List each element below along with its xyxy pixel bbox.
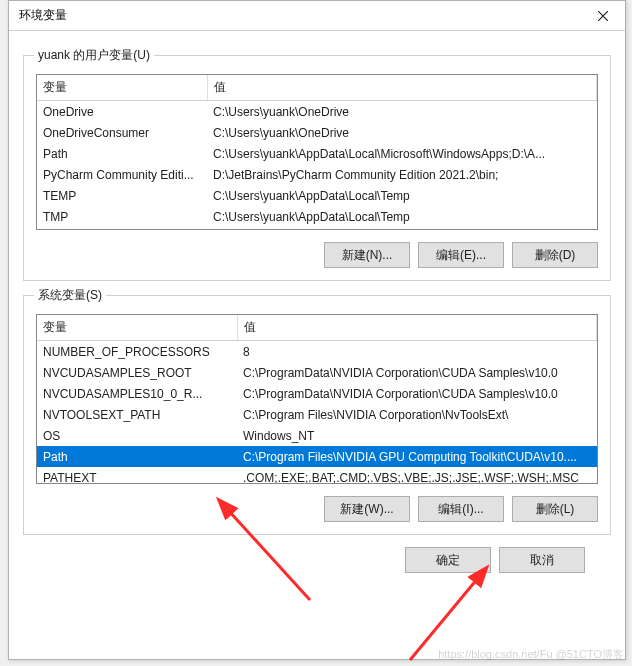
- cell-value: C:\Users\yuank\OneDrive: [207, 101, 597, 123]
- cell-variable: TMP: [37, 206, 207, 227]
- cell-value: C:\Users\yuank\AppData\Local\Temp: [207, 206, 597, 227]
- cell-value: C:\Program Files\NVIDIA GPU Computing To…: [237, 446, 597, 467]
- cell-value: Windows_NT: [237, 425, 597, 446]
- cell-variable: TEMP: [37, 185, 207, 206]
- cell-value: C:\Users\yuank\AppData\Local\Microsoft\W…: [207, 143, 597, 164]
- col-value[interactable]: 值: [237, 315, 597, 341]
- sys-vars-list[interactable]: 变量 值 NUMBER_OF_PROCESSORS8NVCUDASAMPLES_…: [36, 314, 598, 484]
- cell-variable: OneDrive: [37, 101, 207, 123]
- cell-variable: Path: [37, 446, 237, 467]
- table-row[interactable]: NVCUDASAMPLES10_0_R...C:\ProgramData\NVI…: [37, 383, 597, 404]
- table-row[interactable]: NVCUDASAMPLES_ROOTC:\ProgramData\NVIDIA …: [37, 362, 597, 383]
- user-vars-group: yuank 的用户变量(U) 变量 值 OneDriveC:\Users\yua…: [23, 55, 611, 281]
- window-title: 环境变量: [19, 7, 67, 24]
- cell-value: C:\ProgramData\NVIDIA Corporation\CUDA S…: [237, 362, 597, 383]
- table-row[interactable]: TEMPC:\Users\yuank\AppData\Local\Temp: [37, 185, 597, 206]
- table-row[interactable]: OneDriveConsumerC:\Users\yuank\OneDrive: [37, 122, 597, 143]
- table-row[interactable]: NUMBER_OF_PROCESSORS8: [37, 341, 597, 363]
- cell-variable: PATHEXT: [37, 467, 237, 484]
- cell-variable: OneDriveConsumer: [37, 122, 207, 143]
- sys-vars-group: 系统变量(S) 变量 值 NUMBER_OF_PROCESSORS8NVCUDA…: [23, 295, 611, 535]
- table-row[interactable]: OneDriveC:\Users\yuank\OneDrive: [37, 101, 597, 123]
- user-delete-button[interactable]: 删除(D): [512, 242, 598, 268]
- cell-variable: NVCUDASAMPLES10_0_R...: [37, 383, 237, 404]
- cell-variable: NUMBER_OF_PROCESSORS: [37, 341, 237, 363]
- table-row[interactable]: NVTOOLSEXT_PATHC:\Program Files\NVIDIA C…: [37, 404, 597, 425]
- cell-value: C:\Program Files\NVIDIA Corporation\NvTo…: [237, 404, 597, 425]
- user-new-button[interactable]: 新建(N)...: [324, 242, 410, 268]
- sys-delete-button[interactable]: 删除(L): [512, 496, 598, 522]
- user-edit-button[interactable]: 编辑(E)...: [418, 242, 504, 268]
- sys-new-button[interactable]: 新建(W)...: [324, 496, 410, 522]
- cell-variable: PyCharm Community Editi...: [37, 164, 207, 185]
- ok-button[interactable]: 确定: [405, 547, 491, 573]
- col-variable[interactable]: 变量: [37, 315, 237, 341]
- cell-value: C:\Users\yuank\OneDrive: [207, 122, 597, 143]
- cell-value: .COM;.EXE;.BAT;.CMD;.VBS;.VBE;.JS;.JSE;.…: [237, 467, 597, 484]
- cell-variable: Path: [37, 143, 207, 164]
- env-vars-dialog: 环境变量 yuank 的用户变量(U) 变量 值 OneDriveC:\User…: [8, 0, 626, 660]
- table-row[interactable]: PathC:\Program Files\NVIDIA GPU Computin…: [37, 446, 597, 467]
- cell-value: D:\JetBrains\PyCharm Community Edition 2…: [207, 164, 597, 185]
- sys-vars-label: 系统变量(S): [34, 287, 106, 304]
- cell-value: 8: [237, 341, 597, 363]
- cancel-button[interactable]: 取消: [499, 547, 585, 573]
- cell-variable: NVTOOLSEXT_PATH: [37, 404, 237, 425]
- col-variable[interactable]: 变量: [37, 75, 207, 101]
- close-icon: [598, 11, 608, 21]
- table-row[interactable]: PathC:\Users\yuank\AppData\Local\Microso…: [37, 143, 597, 164]
- user-vars-label: yuank 的用户变量(U): [34, 47, 154, 64]
- watermark: https://blog.csdn.net/Fu @51CTO博客: [438, 647, 624, 662]
- cell-variable: NVCUDASAMPLES_ROOT: [37, 362, 237, 383]
- cell-value: C:\ProgramData\NVIDIA Corporation\CUDA S…: [237, 383, 597, 404]
- titlebar[interactable]: 环境变量: [9, 1, 625, 31]
- user-vars-list[interactable]: 变量 值 OneDriveC:\Users\yuank\OneDriveOneD…: [36, 74, 598, 230]
- col-value[interactable]: 值: [207, 75, 597, 101]
- cell-value: C:\Users\yuank\AppData\Local\Temp: [207, 185, 597, 206]
- cell-variable: OS: [37, 425, 237, 446]
- table-row[interactable]: PATHEXT.COM;.EXE;.BAT;.CMD;.VBS;.VBE;.JS…: [37, 467, 597, 484]
- table-row[interactable]: PyCharm Community Editi...D:\JetBrains\P…: [37, 164, 597, 185]
- close-button[interactable]: [581, 1, 625, 31]
- table-row[interactable]: OSWindows_NT: [37, 425, 597, 446]
- table-row[interactable]: TMPC:\Users\yuank\AppData\Local\Temp: [37, 206, 597, 227]
- sys-edit-button[interactable]: 编辑(I)...: [418, 496, 504, 522]
